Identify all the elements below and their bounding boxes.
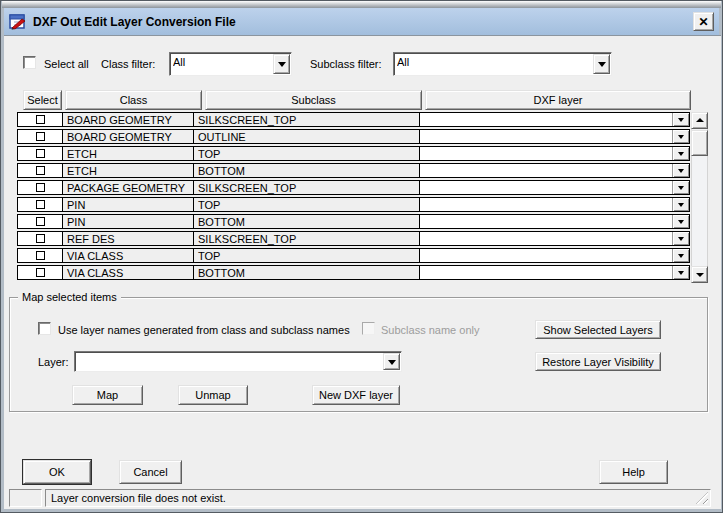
row-select-checkbox[interactable] [36, 132, 45, 141]
chevron-down-icon [678, 169, 684, 176]
row-class-cell: BOARD GEOMETRY [63, 130, 194, 143]
row-select-checkbox[interactable] [36, 200, 45, 209]
window-title: DXF Out Edit Layer Conversion File [33, 15, 693, 29]
subclass-filter-value: All [397, 56, 591, 68]
row-select-cell [18, 249, 63, 262]
row-class-cell: VIA CLASS [63, 249, 194, 262]
row-dxf-layer-field[interactable] [420, 266, 672, 279]
row-select-checkbox[interactable] [36, 149, 45, 158]
row-select-cell [18, 232, 63, 245]
close-icon[interactable]: ✕ [693, 12, 714, 31]
row-select-cell [18, 215, 63, 228]
scrollbar-arrow-down-icon[interactable] [691, 266, 708, 283]
window-frame-top [2, 1, 721, 8]
table-row: ETCHTOP [17, 146, 690, 161]
row-dxf-layer-field[interactable] [420, 215, 672, 228]
row-dxf-layer-field[interactable] [420, 249, 672, 262]
row-subclass-cell: SILKSCREEN_TOP [194, 232, 420, 245]
row-select-cell [18, 130, 63, 143]
chevron-down-icon [678, 237, 684, 244]
column-header-class[interactable]: Class [65, 90, 202, 110]
resize-grip-icon[interactable] [696, 492, 708, 504]
new-dxf-layer-button[interactable]: New DXF layer [312, 385, 400, 405]
row-select-cell [18, 147, 63, 160]
chevron-down-icon[interactable] [383, 353, 400, 370]
table-scrollbar[interactable] [691, 112, 708, 283]
chevron-down-icon[interactable] [593, 54, 610, 74]
use-layer-names-checkbox[interactable] [38, 322, 51, 335]
row-class-cell: BOARD GEOMETRY [63, 113, 194, 126]
row-dxf-dropdown-button[interactable] [672, 249, 689, 262]
row-class-cell: ETCH [63, 164, 194, 177]
subclass-name-only-label: Subclass name only [381, 324, 479, 336]
row-select-checkbox[interactable] [36, 183, 45, 192]
table-row: ETCHBOTTOM [17, 163, 690, 178]
row-dxf-layer-field[interactable] [420, 164, 672, 177]
class-filter-select[interactable]: All [169, 52, 292, 76]
row-select-checkbox[interactable] [36, 234, 45, 243]
row-dxf-layer-field[interactable] [420, 198, 672, 211]
app-icon [9, 14, 27, 30]
chevron-down-icon [678, 118, 684, 125]
unmap-button[interactable]: Unmap [178, 385, 248, 405]
row-select-checkbox[interactable] [36, 217, 45, 226]
table-row: PINTOP [17, 197, 690, 212]
cancel-button[interactable]: Cancel [119, 460, 182, 484]
row-dxf-dropdown-button[interactable] [672, 198, 689, 211]
column-header-select[interactable]: Select [23, 90, 62, 110]
row-subclass-cell: TOP [194, 147, 420, 160]
scrollbar-thumb[interactable] [691, 130, 708, 156]
chevron-down-icon [678, 135, 684, 142]
column-header-subclass[interactable]: Subclass [205, 90, 422, 110]
row-subclass-cell: TOP [194, 198, 420, 211]
row-select-checkbox[interactable] [36, 166, 45, 175]
row-dxf-dropdown-button[interactable] [672, 232, 689, 245]
subclass-name-only-checkbox [362, 322, 375, 335]
layer-label: Layer: [38, 356, 69, 368]
map-selected-items-group: Map selected items Use layer names gener… [9, 297, 708, 412]
row-dxf-dropdown-button[interactable] [672, 181, 689, 194]
table-row: BOARD GEOMETRYOUTLINE [17, 129, 690, 144]
dxf-out-edit-layer-conversion-dialog: DXF Out Edit Layer Conversion File ✕ Sel… [0, 0, 723, 513]
use-layer-names-label: Use layer names generated from class and… [58, 324, 350, 336]
chevron-down-icon [678, 152, 684, 159]
row-subclass-cell: SILKSCREEN_TOP [194, 181, 420, 194]
map-button[interactable]: Map [72, 385, 143, 405]
restore-layer-visibility-button[interactable]: Restore Layer Visibility [535, 352, 661, 371]
row-select-checkbox[interactable] [36, 268, 45, 277]
row-dxf-dropdown-button[interactable] [672, 164, 689, 177]
map-selected-items-title: Map selected items [18, 291, 121, 303]
help-button[interactable]: Help [599, 460, 668, 484]
show-selected-layers-button[interactable]: Show Selected Layers [535, 320, 661, 339]
row-subclass-cell: BOTTOM [194, 164, 420, 177]
table-row: BOARD GEOMETRYSILKSCREEN_TOP [17, 112, 690, 127]
chevron-down-icon [678, 254, 684, 261]
row-dxf-layer-field[interactable] [420, 130, 672, 143]
row-dxf-dropdown-button[interactable] [672, 130, 689, 143]
table-row: VIA CLASSTOP [17, 248, 690, 263]
subclass-filter-select[interactable]: All [393, 52, 612, 76]
select-all-checkbox[interactable] [23, 56, 36, 69]
row-dxf-dropdown-button[interactable] [672, 147, 689, 160]
row-select-cell [18, 181, 63, 194]
row-dxf-layer-field[interactable] [420, 232, 672, 245]
row-select-cell [18, 266, 63, 279]
row-select-checkbox[interactable] [36, 251, 45, 260]
row-dxf-layer-field[interactable] [420, 113, 672, 126]
chevron-down-icon [678, 186, 684, 193]
row-dxf-dropdown-button[interactable] [672, 215, 689, 228]
row-dxf-dropdown-button[interactable] [672, 113, 689, 126]
row-dxf-dropdown-button[interactable] [672, 266, 689, 279]
row-select-checkbox[interactable] [36, 115, 45, 124]
layer-select[interactable] [74, 351, 402, 372]
row-dxf-layer-field[interactable] [420, 181, 672, 194]
chevron-down-icon[interactable] [273, 54, 290, 74]
table-row: PINBOTTOM [17, 214, 690, 229]
scrollbar-arrow-up-icon[interactable] [691, 112, 708, 129]
row-class-cell: PIN [63, 198, 194, 211]
titlebar[interactable]: DXF Out Edit Layer Conversion File ✕ [4, 8, 719, 35]
subclass-filter-label: Subclass filter: [310, 58, 382, 70]
column-header-dxf-layer[interactable]: DXF layer [425, 90, 691, 110]
row-dxf-layer-field[interactable] [420, 147, 672, 160]
ok-button[interactable]: OK [23, 460, 91, 484]
